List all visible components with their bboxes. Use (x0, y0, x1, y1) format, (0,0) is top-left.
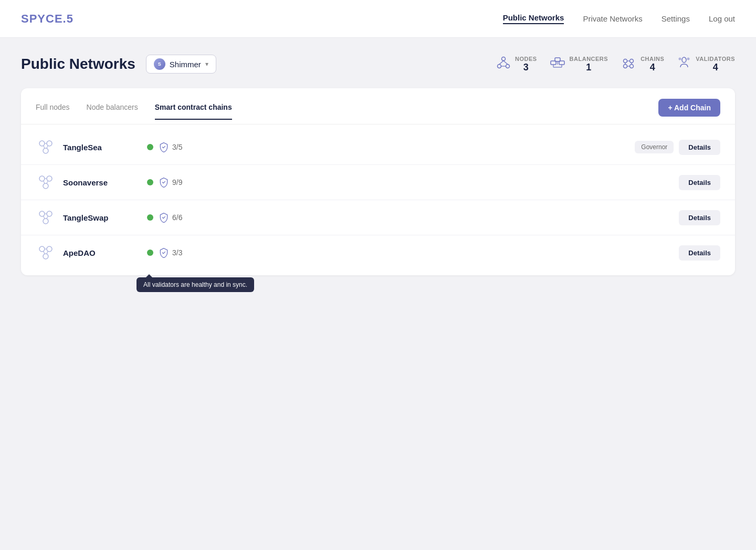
svg-point-22 (687, 57, 690, 60)
tab-smart-contract-chains[interactable]: Smart contract chains (155, 103, 232, 120)
status-dot (147, 250, 153, 256)
chain-actions: Details (679, 245, 720, 261)
chain-cluster-icon (36, 207, 56, 227)
svg-point-23 (679, 57, 681, 60)
validators-label: VALIDATORS (696, 56, 735, 62)
tooltip: All validators are healthy and in sync. (136, 277, 254, 292)
chains-value: 4 (650, 62, 655, 73)
chain-name: TangleSwap (63, 213, 147, 222)
chevron-down-icon: ▾ (205, 60, 208, 68)
stat-validators: VALIDATORS 4 (677, 56, 735, 73)
svg-point-14 (630, 59, 634, 63)
chain-cluster-icon (36, 243, 56, 263)
balancers-icon (550, 56, 565, 73)
svg-line-3 (499, 60, 503, 64)
chain-name: ApeDAO (63, 248, 147, 257)
svg-point-38 (43, 219, 48, 224)
svg-point-25 (47, 141, 52, 146)
svg-point-30 (39, 176, 45, 181)
chains-icon (621, 56, 636, 73)
table-row: ApeDAO 3/3 Details All validators are he… (21, 235, 735, 270)
nodes-stat-text: NODES 3 (515, 56, 537, 73)
balancers-stat-text: BALANCERS 1 (570, 56, 608, 73)
logo-text: SPYCE (21, 12, 63, 25)
nav-logout[interactable]: Log out (709, 14, 735, 23)
svg-point-21 (682, 57, 686, 63)
validators-value: 4 (713, 62, 718, 73)
validators-icon (677, 56, 691, 73)
validator-icon (159, 177, 169, 188)
svg-point-32 (43, 183, 48, 189)
stat-nodes: NODES 3 (496, 56, 537, 73)
main-nav: Public Networks Private Networks Setting… (503, 13, 735, 24)
details-button[interactable]: Details (679, 175, 720, 190)
table-row: Soonaverse 9/9 Details (21, 165, 735, 200)
validator-count: 3/3 (172, 248, 182, 257)
chain-name: Soonaverse (63, 178, 147, 187)
validator-count: 6/6 (172, 213, 182, 222)
page-title: Public Networks (21, 56, 135, 72)
status-dot (147, 144, 153, 150)
page-body: Public Networks S Shimmer ▾ (0, 38, 756, 292)
nav-public-networks[interactable]: Public Networks (503, 13, 564, 24)
nav-settings[interactable]: Settings (662, 14, 690, 23)
main-card: Full nodes Node balancers Smart contract… (21, 88, 735, 275)
balancers-value: 1 (586, 62, 591, 73)
validator-icon (159, 212, 169, 223)
chain-actions: Details (679, 210, 720, 225)
svg-point-43 (47, 246, 52, 252)
svg-point-31 (47, 176, 52, 181)
validator-icon (159, 142, 169, 152)
balancers-label: BALANCERS (570, 56, 608, 62)
chain-name: TangleSea (63, 143, 147, 152)
svg-point-2 (506, 64, 509, 68)
network-selector[interactable]: S Shimmer ▾ (146, 55, 216, 74)
chains-table: TangleSea 3/5 Governor Details (21, 124, 735, 275)
svg-point-1 (497, 64, 501, 68)
svg-point-13 (624, 59, 627, 63)
svg-point-37 (47, 211, 52, 216)
status-dot (147, 179, 153, 185)
chain-actions: Governor Details (635, 140, 720, 155)
shimmer-icon: S (154, 58, 165, 70)
nodes-icon (496, 56, 511, 73)
svg-point-15 (624, 64, 627, 68)
svg-point-24 (39, 141, 45, 146)
chains-stat-text: CHAINS 4 (640, 56, 664, 73)
validator-count: 9/9 (172, 178, 182, 186)
table-row: TangleSwap 6/6 Details (21, 200, 735, 235)
network-name: Shimmer (170, 60, 201, 69)
svg-point-26 (43, 148, 48, 153)
header: SPYCE.5 Public Networks Private Networks… (0, 0, 756, 38)
logo: SPYCE.5 (21, 12, 74, 26)
stat-balancers: BALANCERS 1 (550, 56, 608, 73)
nodes-value: 3 (523, 62, 529, 73)
table-row: TangleSea 3/5 Governor Details (21, 130, 735, 165)
details-button[interactable]: Details (679, 140, 720, 155)
add-chain-button[interactable]: + Add Chain (658, 99, 720, 117)
governor-badge: Governor (635, 141, 674, 153)
details-button[interactable]: Details (679, 245, 720, 261)
chain-cluster-icon (36, 172, 56, 192)
tab-full-nodes[interactable]: Full nodes (36, 103, 70, 120)
tabs: Full nodes Node balancers Smart contract… (36, 103, 232, 120)
page-header-row: Public Networks S Shimmer ▾ (21, 55, 735, 74)
svg-point-44 (43, 254, 48, 259)
stats-row: NODES 3 BA (496, 56, 735, 73)
svg-point-42 (39, 246, 45, 252)
chain-cluster-icon (36, 137, 56, 157)
validators-stat-text: VALIDATORS 4 (696, 56, 735, 73)
logo-suffix: .5 (63, 12, 74, 25)
svg-point-16 (630, 64, 634, 68)
chain-actions: Details (679, 175, 720, 190)
svg-point-0 (501, 57, 505, 60)
validator-count: 3/5 (172, 143, 182, 151)
details-button[interactable]: Details (679, 210, 720, 225)
nav-private-networks[interactable]: Private Networks (583, 14, 642, 23)
status-dot (147, 214, 153, 221)
chains-label: CHAINS (640, 56, 664, 62)
tab-node-balancers[interactable]: Node balancers (87, 103, 138, 120)
svg-point-36 (39, 211, 45, 216)
tabs-row: Full nodes Node balancers Smart contract… (21, 88, 735, 124)
page-header-left: Public Networks S Shimmer ▾ (21, 55, 216, 74)
